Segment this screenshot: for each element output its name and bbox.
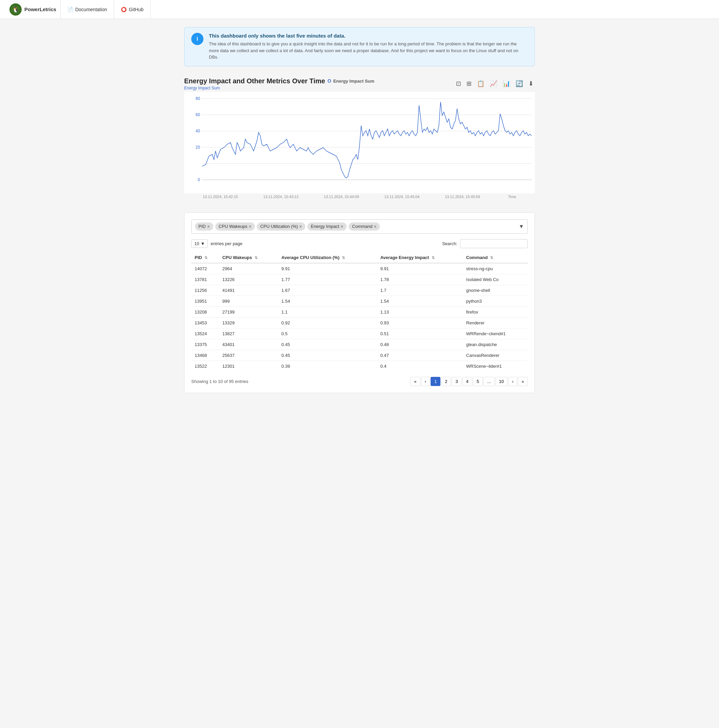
cell-avg_cpu: 0.45 <box>278 339 377 350</box>
search-input[interactable] <box>460 239 528 248</box>
toolbar-refresh-icon[interactable]: 🔄 <box>514 79 524 88</box>
col-header-command[interactable]: Command ⇅ <box>463 252 528 263</box>
svg-text:80: 80 <box>195 96 200 101</box>
alert-title: This dashboard only shows the last five … <box>209 33 528 38</box>
cell-avg_cpu: 1.54 <box>278 295 377 306</box>
nav-bar: 🐧 PowerLetrics 📄 Documentation ⭕ GitHub <box>0 0 719 19</box>
entries-select-group: 10 ▼ entries per page <box>191 239 243 248</box>
cell-avg_energy: 0.47 <box>377 350 463 361</box>
entries-select-box[interactable]: 10 ▼ <box>191 239 208 248</box>
pagination-buttons: «‹12345...10›» <box>410 377 528 386</box>
page-btn-5[interactable]: 5 <box>473 377 483 386</box>
cell-cpu_wakeups: 27199 <box>219 306 278 317</box>
toolbar-data-icon[interactable]: 📋 <box>476 79 486 88</box>
col-header-cpu-wakeups[interactable]: CPU Wakeups ⇅ <box>219 252 278 263</box>
x-label-1: 13.11.2024, 15:42:15 <box>203 195 238 199</box>
toolbar-line-icon[interactable]: 📈 <box>488 79 499 88</box>
sort-icon-cpu-wakeups: ⇅ <box>255 255 258 260</box>
cell-pid: 13522 <box>191 361 219 372</box>
page-btn-2[interactable]: 2 <box>441 377 451 386</box>
select-arrow-icon: ▼ <box>200 241 205 246</box>
table-row: 13468256370.450.47CanvasRenderer <box>191 350 528 361</box>
x-label-2: 13.11.2024, 15:43:12 <box>263 195 299 199</box>
entries-label: entries per page <box>211 241 243 246</box>
filter-tag-cpu-wakeups-close[interactable]: × <box>249 224 252 229</box>
col-header-avg-cpu[interactable]: Average CPU Utilization (%) ⇅ <box>278 252 377 263</box>
page-btn-10[interactable]: 10 <box>495 377 507 386</box>
page-btn-«[interactable]: « <box>410 377 420 386</box>
chart-header: Energy Impact and Other Metrics Over Tim… <box>184 77 535 90</box>
filter-tag-command-label: Command <box>352 224 372 229</box>
cell-avg_energy: 9.91 <box>377 263 463 274</box>
cell-cpu_wakeups: 13827 <box>219 328 278 339</box>
sort-icon-avg-energy: ⇅ <box>432 255 435 260</box>
filter-tag-cpu-wakeups[interactable]: CPU Wakeups × <box>215 222 255 231</box>
x-label-3: 13.11.2024, 15:44:09 <box>324 195 359 199</box>
table-row: 13781132261.771.78Isolated Web Co <box>191 274 528 285</box>
svg-text:20: 20 <box>195 145 200 149</box>
filter-tag-energy[interactable]: Energy Impact × <box>307 222 347 231</box>
cell-command: glean.dispatche <box>463 339 528 350</box>
cell-pid: 13453 <box>191 317 219 328</box>
filter-tag-command-close[interactable]: × <box>374 224 376 229</box>
filter-tag-pid[interactable]: PID × <box>195 222 213 231</box>
col-header-pid[interactable]: PID ⇅ <box>191 252 219 263</box>
filter-tag-energy-close[interactable]: × <box>340 224 343 229</box>
page-btn-1[interactable]: 1 <box>430 377 440 386</box>
svg-text:40: 40 <box>195 128 200 133</box>
filter-tags-container: PID × CPU Wakeups × CPU Utilization (%) … <box>191 219 528 234</box>
cell-command: python3 <box>463 295 528 306</box>
filter-tag-command[interactable]: Command × <box>349 222 380 231</box>
nav-brand[interactable]: 🐧 PowerLetrics <box>5 0 61 18</box>
table-header-row: PID ⇅ CPU Wakeups ⇅ Average CPU Utilizat… <box>191 252 528 263</box>
github-icon: ⭕ <box>121 7 127 12</box>
search-label: Search: <box>442 241 457 246</box>
cell-cpu_wakeups: 999 <box>219 295 278 306</box>
cell-avg_energy: 0.48 <box>377 339 463 350</box>
cell-avg_cpu: 1.77 <box>278 274 377 285</box>
cell-cpu_wakeups: 25637 <box>219 350 278 361</box>
sort-icon-avg-cpu: ⇅ <box>342 255 345 260</box>
sort-icon-pid: ⇅ <box>205 255 208 260</box>
cell-avg_energy: 0.4 <box>377 361 463 372</box>
table-row: 139519991.541.54python3 <box>191 295 528 306</box>
cell-avg_cpu: 9.91 <box>278 263 377 274</box>
filter-tag-pid-close[interactable]: × <box>207 224 210 229</box>
cell-command: gnome-shell <box>463 285 528 295</box>
cell-pid: 13781 <box>191 274 219 285</box>
filter-tag-cpu-util-close[interactable]: × <box>299 224 302 229</box>
cell-cpu_wakeups: 13329 <box>219 317 278 328</box>
cell-avg_energy: 1.54 <box>377 295 463 306</box>
page-btn-»[interactable]: » <box>518 377 528 386</box>
search-box: Search: <box>442 239 528 248</box>
page-btn-4[interactable]: 4 <box>463 377 472 386</box>
main-content: i This dashboard only shows the last fiv… <box>173 19 546 401</box>
docs-icon: 📄 <box>67 7 73 12</box>
page-btn-3[interactable]: 3 <box>452 377 461 386</box>
cell-avg_cpu: 0.5 <box>278 328 377 339</box>
toolbar-crop-icon[interactable]: ⊡ <box>455 79 463 88</box>
filter-tag-cpu-wakeups-label: CPU Wakeups <box>219 224 247 229</box>
filter-tag-cpu-util[interactable]: CPU Utilization (%) × <box>257 222 305 231</box>
toolbar-bar-icon[interactable]: 📊 <box>501 79 511 88</box>
filter-dropdown-arrow[interactable]: ▼ <box>519 223 524 229</box>
table-section: PID × CPU Wakeups × CPU Utilization (%) … <box>184 212 535 393</box>
nav-link-docs[interactable]: 📄 Documentation <box>61 0 114 18</box>
page-btn-‹[interactable]: ‹ <box>421 377 430 386</box>
cell-pid: 11256 <box>191 285 219 295</box>
cell-avg_energy: 1.7 <box>377 285 463 295</box>
page-btn-...[interactable]: ... <box>483 377 495 386</box>
x-axis-label: Time <box>508 195 516 199</box>
toolbar-download-icon[interactable]: ⬇ <box>527 79 535 88</box>
table-row: 13453133290.920.93Renderer <box>191 317 528 328</box>
cell-avg_cpu: 0.92 <box>278 317 377 328</box>
legend-circle-icon <box>328 79 331 83</box>
toolbar-expand-icon[interactable]: ⊞ <box>465 79 473 88</box>
cell-cpu_wakeups: 13226 <box>219 274 278 285</box>
col-header-avg-energy[interactable]: Average Energy Impact ⇅ <box>377 252 463 263</box>
alert-text: The idea of this dashboard is to give yo… <box>209 41 528 61</box>
nav-link-github[interactable]: ⭕ GitHub <box>114 0 151 18</box>
page-btn-›[interactable]: › <box>508 377 517 386</box>
chart-container: 80 60 40 20 0 <box>184 92 535 193</box>
table-row: 13208271991.11.13firefox <box>191 306 528 317</box>
